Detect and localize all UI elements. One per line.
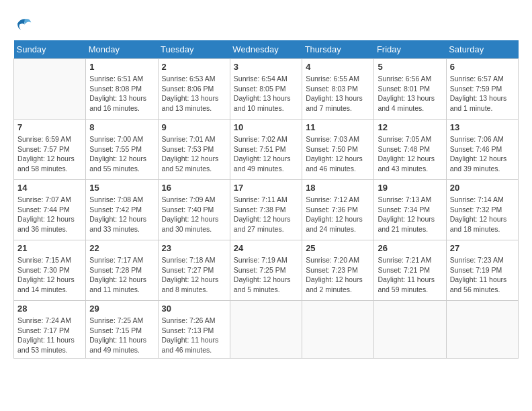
calendar-cell: 26 Sunrise: 7:21 AM Sunset: 7:21 PM Dayl… bbox=[374, 240, 446, 301]
calendar-cell: 2 Sunrise: 6:53 AM Sunset: 8:06 PM Dayli… bbox=[158, 59, 230, 120]
cell-info: Sunrise: 7:02 AM Sunset: 7:51 PM Dayligh… bbox=[234, 134, 298, 174]
day-number: 28 bbox=[17, 304, 82, 314]
cell-info: Sunrise: 6:56 AM Sunset: 8:01 PM Dayligh… bbox=[378, 74, 442, 113]
day-number: 5 bbox=[378, 62, 442, 72]
cell-info: Sunrise: 7:05 AM Sunset: 7:48 PM Dayligh… bbox=[378, 134, 442, 174]
calendar-cell: 30 Sunrise: 7:26 AM Sunset: 7:13 PM Dayl… bbox=[158, 301, 230, 359]
cell-info: Sunrise: 7:25 AM Sunset: 7:15 PM Dayligh… bbox=[89, 316, 154, 355]
weekday-header-sunday: Sunday bbox=[14, 40, 86, 59]
calendar-cell: 28 Sunrise: 7:24 AM Sunset: 7:17 PM Dayl… bbox=[14, 301, 86, 359]
day-number: 30 bbox=[162, 304, 226, 314]
calendar-cell: 29 Sunrise: 7:25 AM Sunset: 7:15 PM Dayl… bbox=[86, 301, 158, 359]
day-number: 20 bbox=[450, 183, 515, 193]
calendar-cell: 8 Sunrise: 7:00 AM Sunset: 7:55 PM Dayli… bbox=[86, 120, 158, 180]
calendar-cell: 21 Sunrise: 7:15 AM Sunset: 7:30 PM Dayl… bbox=[14, 240, 86, 301]
calendar-cell: 19 Sunrise: 7:13 AM Sunset: 7:34 PM Dayl… bbox=[374, 180, 446, 240]
calendar-cell: 23 Sunrise: 7:18 AM Sunset: 7:27 PM Dayl… bbox=[158, 240, 230, 301]
day-number: 2 bbox=[162, 62, 226, 72]
calendar-cell bbox=[14, 59, 86, 120]
day-number: 14 bbox=[17, 183, 82, 193]
calendar-cell: 17 Sunrise: 7:11 AM Sunset: 7:38 PM Dayl… bbox=[230, 180, 302, 240]
cell-info: Sunrise: 7:09 AM Sunset: 7:40 PM Dayligh… bbox=[162, 195, 226, 234]
weekday-header-monday: Monday bbox=[86, 40, 158, 59]
day-number: 29 bbox=[89, 304, 154, 314]
day-number: 23 bbox=[162, 243, 226, 253]
cell-info: Sunrise: 7:11 AM Sunset: 7:38 PM Dayligh… bbox=[234, 195, 298, 234]
day-number: 13 bbox=[450, 122, 515, 132]
day-number: 22 bbox=[89, 243, 154, 253]
cell-info: Sunrise: 7:23 AM Sunset: 7:19 PM Dayligh… bbox=[450, 255, 515, 295]
cell-info: Sunrise: 6:53 AM Sunset: 8:06 PM Dayligh… bbox=[162, 74, 226, 113]
day-number: 7 bbox=[17, 122, 82, 132]
day-number: 17 bbox=[234, 183, 298, 193]
calendar-cell bbox=[302, 301, 374, 359]
weekday-header-thursday: Thursday bbox=[302, 40, 374, 59]
calendar-cell: 13 Sunrise: 7:06 AM Sunset: 7:46 PM Dayl… bbox=[446, 120, 518, 180]
page-header bbox=[13, 13, 519, 34]
day-number: 8 bbox=[89, 122, 154, 132]
calendar-cell: 20 Sunrise: 7:14 AM Sunset: 7:32 PM Dayl… bbox=[446, 180, 518, 240]
day-number: 1 bbox=[89, 62, 154, 72]
calendar-cell: 5 Sunrise: 6:56 AM Sunset: 8:01 PM Dayli… bbox=[374, 59, 446, 120]
cell-info: Sunrise: 7:18 AM Sunset: 7:27 PM Dayligh… bbox=[162, 255, 226, 295]
day-number: 19 bbox=[378, 183, 442, 193]
cell-info: Sunrise: 6:55 AM Sunset: 8:03 PM Dayligh… bbox=[306, 74, 370, 113]
calendar-table: SundayMondayTuesdayWednesdayThursdayFrid… bbox=[13, 40, 519, 359]
cell-info: Sunrise: 7:00 AM Sunset: 7:55 PM Dayligh… bbox=[89, 134, 154, 174]
calendar-cell: 6 Sunrise: 6:57 AM Sunset: 7:59 PM Dayli… bbox=[446, 59, 518, 120]
calendar-cell: 22 Sunrise: 7:17 AM Sunset: 7:28 PM Dayl… bbox=[86, 240, 158, 301]
calendar-cell: 25 Sunrise: 7:20 AM Sunset: 7:23 PM Dayl… bbox=[302, 240, 374, 301]
cell-info: Sunrise: 6:54 AM Sunset: 8:05 PM Dayligh… bbox=[234, 74, 298, 113]
calendar-cell: 15 Sunrise: 7:08 AM Sunset: 7:42 PM Dayl… bbox=[86, 180, 158, 240]
calendar-cell bbox=[446, 301, 518, 359]
calendar-cell: 3 Sunrise: 6:54 AM Sunset: 8:05 PM Dayli… bbox=[230, 59, 302, 120]
calendar-cell: 16 Sunrise: 7:09 AM Sunset: 7:40 PM Dayl… bbox=[158, 180, 230, 240]
cell-info: Sunrise: 7:24 AM Sunset: 7:17 PM Dayligh… bbox=[17, 316, 82, 355]
cell-info: Sunrise: 6:59 AM Sunset: 7:57 PM Dayligh… bbox=[17, 134, 82, 174]
calendar-cell bbox=[230, 301, 302, 359]
day-number: 6 bbox=[450, 62, 515, 72]
day-number: 24 bbox=[234, 243, 298, 253]
cell-info: Sunrise: 6:57 AM Sunset: 7:59 PM Dayligh… bbox=[450, 74, 515, 113]
cell-info: Sunrise: 7:20 AM Sunset: 7:23 PM Dayligh… bbox=[306, 255, 370, 295]
day-number: 25 bbox=[306, 243, 370, 253]
day-number: 3 bbox=[234, 62, 298, 72]
logo-icon bbox=[13, 13, 34, 34]
weekday-header-wednesday: Wednesday bbox=[230, 40, 302, 59]
cell-info: Sunrise: 7:03 AM Sunset: 7:50 PM Dayligh… bbox=[306, 134, 370, 174]
cell-info: Sunrise: 7:26 AM Sunset: 7:13 PM Dayligh… bbox=[162, 316, 226, 355]
calendar-cell: 24 Sunrise: 7:19 AM Sunset: 7:25 PM Dayl… bbox=[230, 240, 302, 301]
cell-info: Sunrise: 7:01 AM Sunset: 7:53 PM Dayligh… bbox=[162, 134, 226, 174]
cell-info: Sunrise: 7:14 AM Sunset: 7:32 PM Dayligh… bbox=[450, 195, 515, 234]
day-number: 18 bbox=[306, 183, 370, 193]
cell-info: Sunrise: 7:15 AM Sunset: 7:30 PM Dayligh… bbox=[17, 255, 82, 295]
weekday-header-tuesday: Tuesday bbox=[158, 40, 230, 59]
day-number: 9 bbox=[162, 122, 226, 132]
cell-info: Sunrise: 7:19 AM Sunset: 7:25 PM Dayligh… bbox=[234, 255, 298, 295]
cell-info: Sunrise: 7:06 AM Sunset: 7:46 PM Dayligh… bbox=[450, 134, 515, 174]
calendar-cell: 1 Sunrise: 6:51 AM Sunset: 8:08 PM Dayli… bbox=[86, 59, 158, 120]
calendar-cell: 7 Sunrise: 6:59 AM Sunset: 7:57 PM Dayli… bbox=[14, 120, 86, 180]
calendar-cell: 11 Sunrise: 7:03 AM Sunset: 7:50 PM Dayl… bbox=[302, 120, 374, 180]
calendar-cell: 27 Sunrise: 7:23 AM Sunset: 7:19 PM Dayl… bbox=[446, 240, 518, 301]
calendar-cell: 14 Sunrise: 7:07 AM Sunset: 7:44 PM Dayl… bbox=[14, 180, 86, 240]
day-number: 26 bbox=[378, 243, 442, 253]
logo bbox=[13, 13, 36, 34]
cell-info: Sunrise: 6:51 AM Sunset: 8:08 PM Dayligh… bbox=[89, 74, 154, 113]
cell-info: Sunrise: 7:07 AM Sunset: 7:44 PM Dayligh… bbox=[17, 195, 82, 234]
day-number: 12 bbox=[378, 122, 442, 132]
cell-info: Sunrise: 7:13 AM Sunset: 7:34 PM Dayligh… bbox=[378, 195, 442, 234]
calendar-cell: 18 Sunrise: 7:12 AM Sunset: 7:36 PM Dayl… bbox=[302, 180, 374, 240]
calendar-cell: 12 Sunrise: 7:05 AM Sunset: 7:48 PM Dayl… bbox=[374, 120, 446, 180]
day-number: 16 bbox=[162, 183, 226, 193]
weekday-header-saturday: Saturday bbox=[446, 40, 518, 59]
calendar-cell: 9 Sunrise: 7:01 AM Sunset: 7:53 PM Dayli… bbox=[158, 120, 230, 180]
cell-info: Sunrise: 7:17 AM Sunset: 7:28 PM Dayligh… bbox=[89, 255, 154, 295]
day-number: 4 bbox=[306, 62, 370, 72]
day-number: 15 bbox=[89, 183, 154, 193]
calendar-cell: 4 Sunrise: 6:55 AM Sunset: 8:03 PM Dayli… bbox=[302, 59, 374, 120]
day-number: 21 bbox=[17, 243, 82, 253]
weekday-header-friday: Friday bbox=[374, 40, 446, 59]
calendar-cell: 10 Sunrise: 7:02 AM Sunset: 7:51 PM Dayl… bbox=[230, 120, 302, 180]
day-number: 11 bbox=[306, 122, 370, 132]
